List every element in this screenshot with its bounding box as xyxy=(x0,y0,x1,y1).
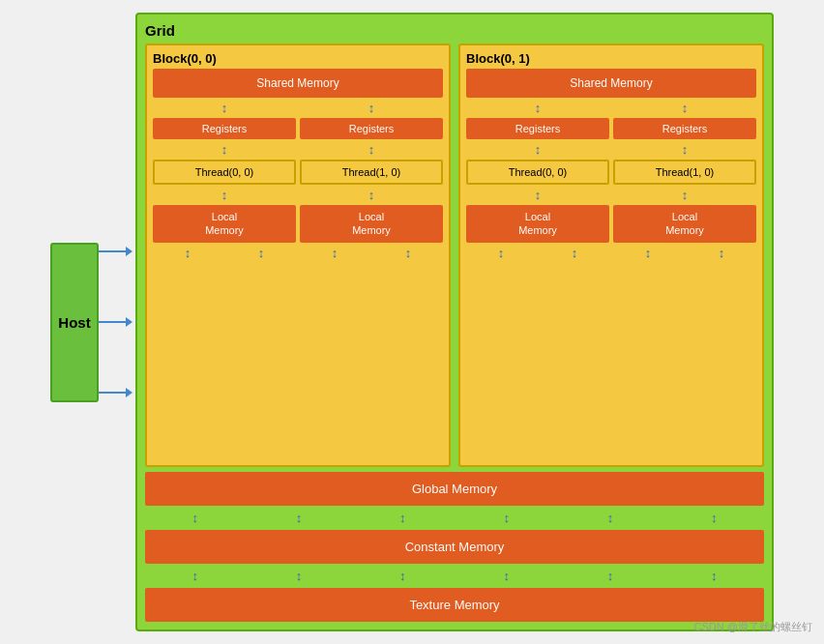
local-mem-0-1: LocalMemory xyxy=(300,205,443,243)
thread-0-0: Thread(0, 0) xyxy=(153,160,296,185)
register-1-1: Registers xyxy=(613,118,756,139)
host-arrow-1 xyxy=(99,247,133,256)
shared-memory-1: Shared Memory xyxy=(466,69,756,98)
host-arrow-2 xyxy=(99,317,133,327)
local-mem-1-0: LocalMemory xyxy=(466,205,609,243)
block-0-1-label: Block(0, 1) xyxy=(466,51,756,66)
block-0-0-label: Block(0, 0) xyxy=(153,51,443,66)
thread-1-0: Thread(0, 0) xyxy=(466,160,609,185)
host-box: Host xyxy=(50,243,99,402)
thread-0-1: Thread(1, 0) xyxy=(300,160,443,185)
host-arrow-3 xyxy=(99,388,133,397)
block-0-1: Block(0, 1) Shared Memory ↕ ↕ Registers … xyxy=(458,44,764,467)
local-mem-0-0: LocalMemory xyxy=(153,205,296,243)
register-1-0: Registers xyxy=(466,118,609,139)
constant-memory: Constant Memory xyxy=(145,530,764,564)
shared-memory-0: Shared Memory xyxy=(153,69,443,98)
texture-memory: Texture Memory xyxy=(145,588,764,622)
register-0-0: Registers xyxy=(153,118,296,139)
grid-label: Grid xyxy=(145,22,764,39)
grid-container: Grid Block(0, 0) Shared Memory ↕ ↕ Regis… xyxy=(135,13,774,631)
thread-1-1: Thread(1, 0) xyxy=(613,160,756,185)
register-0-1: Registers xyxy=(300,118,443,139)
block-0-0: Block(0, 0) Shared Memory ↕ ↕ Registers … xyxy=(145,44,451,467)
watermark: CSDN @滑了丝的螺丝钉 xyxy=(694,620,812,634)
local-mem-1-1: LocalMemory xyxy=(613,205,756,243)
global-memory: Global Memory xyxy=(145,472,764,506)
